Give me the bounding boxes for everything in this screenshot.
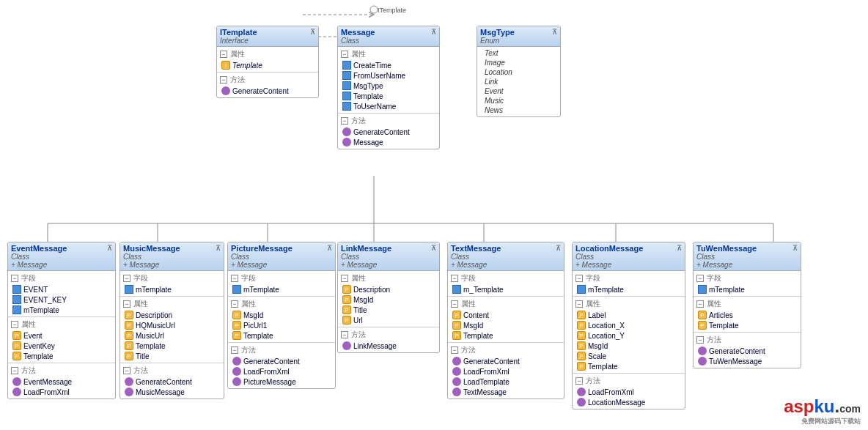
prop-icon: P [125, 311, 133, 319]
collapse-icon[interactable]: ⊼ [552, 28, 557, 36]
list-item: FromUserName [341, 70, 436, 81]
box-locationmessage-header: LocationMessage Class + Message ⊼ [573, 242, 685, 271]
field-icon [698, 285, 707, 294]
box-eventmessage-header: EventMessage Class + Message ⊼ [8, 242, 115, 271]
list-item: LinkMessage [341, 341, 436, 351]
prop-icon: P [577, 311, 586, 319]
list-item: Location [480, 67, 557, 77]
field-icon [342, 81, 351, 90]
list-item: GenerateContent [451, 356, 561, 366]
list-item: I Template [220, 60, 315, 70]
collapse-icon[interactable]: ⊼ [216, 244, 221, 252]
method-icon [342, 138, 351, 147]
prop-icon: P [577, 352, 586, 360]
collapse-icon[interactable]: ⊼ [310, 28, 315, 36]
list-item: PMsgId [231, 310, 332, 320]
collapse-icon[interactable]: ⊼ [327, 244, 332, 252]
method-icon [12, 388, 21, 396]
diagram-container: ITemplate ITemplate Interface ⊼ − 属性 I T… [0, 0, 868, 430]
prop-icon: P [125, 352, 133, 360]
watermark: aspku.com 免费网站源码下载站 [784, 396, 861, 426]
box-itemplate-subtitle: Interface [220, 37, 257, 45]
box-itemplate-header: ITemplate Interface ⊼ [217, 26, 318, 47]
list-item: mTemplate [575, 284, 682, 294]
method-icon [221, 86, 230, 95]
box-message-title: Message [341, 28, 375, 37]
list-item: LoadTemplate [451, 377, 561, 387]
list-item: PictureMessage [231, 377, 332, 387]
list-item: ToUserName [341, 101, 436, 111]
box-eventmessage: EventMessage Class + Message ⊼ − 字段 EVEN… [7, 242, 116, 399]
prop-icon: P [698, 321, 707, 330]
list-item: Text [480, 48, 557, 58]
list-item: LoadFromXml [451, 366, 561, 377]
box-musicmessage-title: MusicMessage [123, 244, 180, 253]
prop-icon: P [125, 331, 133, 340]
list-item: GenerateContent [696, 346, 798, 356]
collapse-icon[interactable]: ⊼ [556, 244, 561, 252]
prop-icon: P [125, 341, 133, 350]
list-item: mTemplate [696, 284, 798, 294]
collapse-icon[interactable]: ⊼ [792, 244, 798, 252]
method-icon [342, 127, 351, 136]
method-icon [452, 357, 461, 366]
collapse-icon[interactable]: ⊼ [677, 244, 682, 252]
itemplate-methods-section: − 方法 GenerateContent [217, 73, 318, 97]
method-icon [698, 357, 707, 366]
field-icon [12, 305, 21, 314]
method-icon [342, 341, 351, 350]
list-item: EVENT_KEY [11, 294, 112, 305]
list-item: LoadFromXml [11, 387, 112, 397]
list-item: mTemplate [123, 284, 221, 294]
list-item: PEvent [11, 330, 112, 341]
box-msgtype: MsgType Enum ⊼ Text Image Location Link … [477, 26, 561, 117]
box-message: Message Class ⊼ − 属性 CreateTime FromUser… [337, 26, 440, 149]
prop-icon: P [452, 331, 461, 340]
prop-icon: P [342, 285, 351, 294]
collapse-icon[interactable]: ⊼ [431, 28, 436, 36]
field-icon [342, 61, 351, 70]
box-linkmessage-header: LinkMessage Class + Message ⊼ [338, 242, 439, 271]
list-item: PHQMusicUrl [123, 320, 221, 330]
list-item: PContent [451, 310, 561, 320]
box-locationmessage: LocationMessage Class + Message ⊼ − 字段 m… [572, 242, 685, 409]
list-item: TextMessage [451, 387, 561, 397]
list-item: PLocation_X [575, 320, 682, 330]
prop-icon: P [342, 295, 351, 304]
list-item: Event [480, 86, 557, 96]
watermark-sub: 免费网站源码下载站 [784, 417, 861, 426]
field-icon [577, 285, 586, 294]
collapse-icon[interactable]: ⊼ [431, 244, 436, 252]
list-item: Music [480, 96, 557, 105]
list-item: MsgType [341, 81, 436, 91]
list-item: LocationMessage [575, 397, 682, 407]
list-item: PMsgId [451, 320, 561, 330]
list-item: PLabel [575, 310, 682, 320]
box-tuwenmessage-title: TuWenMessage [696, 244, 757, 253]
prop-icon: P [577, 321, 586, 330]
prop-icon: P [452, 311, 461, 319]
collapse-icon[interactable]: ⊼ [107, 244, 112, 252]
list-item: PEventKey [11, 341, 112, 351]
list-item: PLocation_Y [575, 330, 682, 341]
list-item: PTemplate [575, 361, 682, 371]
list-item: PTemplate [696, 320, 798, 330]
svg-point-11 [370, 6, 378, 13]
box-message-header: Message Class ⊼ [338, 26, 439, 47]
list-item: PMsgId [341, 294, 436, 305]
field-icon [342, 71, 351, 80]
prop-icon: P [342, 316, 351, 325]
box-textmessage-title: TextMessage [451, 244, 501, 253]
method-icon [577, 388, 586, 396]
list-item: PDescription [123, 310, 221, 320]
prop-icon: P [577, 362, 586, 371]
prop-icon: P [452, 321, 461, 330]
box-itemplate: ITemplate Interface ⊼ − 属性 I Template − … [216, 26, 319, 98]
list-item: PScale [575, 351, 682, 361]
method-icon [12, 377, 21, 386]
field-icon [12, 295, 21, 304]
prop-icon: P [12, 331, 21, 340]
list-item: PArticles [696, 310, 798, 320]
field-icon [342, 92, 351, 100]
list-item: PMsgId [575, 341, 682, 351]
